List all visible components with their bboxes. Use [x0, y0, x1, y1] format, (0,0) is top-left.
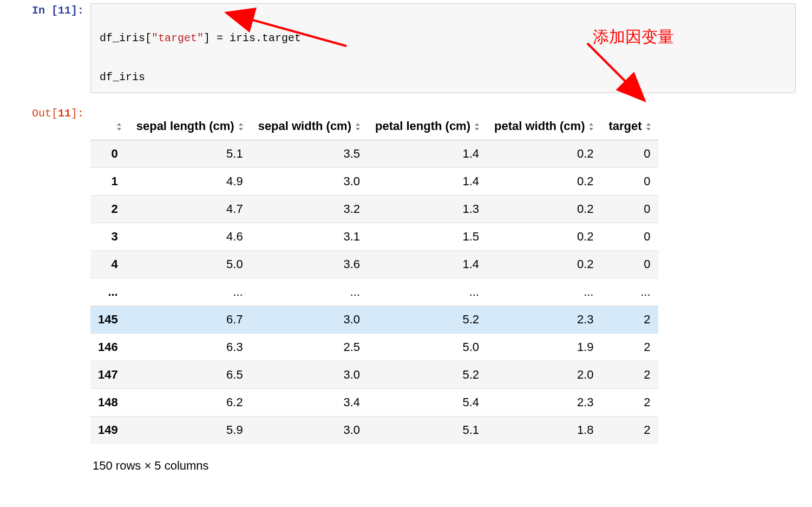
in-prompt-suffix: ]:: [71, 4, 84, 17]
table-cell: 6.2: [129, 389, 251, 417]
table-cell: 1.4: [368, 168, 487, 196]
table-cell: ...: [129, 278, 251, 306]
column-header[interactable]: target: [601, 113, 658, 140]
column-header[interactable]: petal length (cm): [368, 113, 487, 140]
table-cell: 3.4: [251, 389, 368, 417]
table-row: 1495.93.05.11.82: [90, 417, 658, 444]
sort-icon: [645, 122, 651, 131]
svg-marker-11: [646, 128, 651, 131]
table-cell: 1.8: [487, 417, 601, 444]
table-cell: 2: [601, 417, 658, 444]
table-row: 34.63.11.50.20: [90, 223, 658, 251]
table-cell: 5.9: [129, 417, 251, 444]
svg-marker-5: [356, 128, 360, 131]
code-string-literal: "target": [152, 32, 204, 44]
column-header-label: sepal length (cm): [136, 119, 234, 133]
table-cell: 0: [601, 140, 658, 168]
table-header-row: sepal length (cm)sepal width (cm)petal l…: [90, 113, 658, 140]
table-cell: 4.7: [129, 196, 251, 223]
out-prompt-prefix: Out[: [32, 107, 58, 120]
column-header[interactable]: sepal width (cm): [251, 113, 368, 140]
column-header-label: petal length (cm): [375, 119, 470, 133]
table-cell: 0.2: [487, 196, 601, 223]
table-cell: 4.9: [129, 168, 251, 196]
svg-marker-4: [356, 123, 360, 126]
table-cell: 0.2: [487, 168, 601, 196]
svg-marker-6: [475, 123, 479, 126]
svg-marker-7: [475, 128, 479, 131]
table-cell: ...: [368, 278, 487, 306]
table-cell: 0: [601, 168, 658, 196]
row-index: 147: [90, 361, 129, 389]
table-cell: 3.5: [251, 140, 368, 168]
table-cell: 0: [601, 251, 658, 278]
table-cell: 5.4: [368, 389, 487, 417]
table-cell: 3.0: [251, 361, 368, 389]
svg-marker-8: [589, 123, 593, 126]
table-cell: 3.6: [251, 251, 368, 278]
svg-marker-0: [117, 123, 121, 126]
table-cell: 6.5: [129, 361, 251, 389]
table-cell: 5.1: [368, 417, 487, 444]
table-cell: 1.3: [368, 196, 487, 223]
table-body: 05.13.51.40.2014.93.01.40.2024.73.21.30.…: [90, 140, 658, 444]
row-index: 145: [90, 306, 129, 334]
table-cell: 6.3: [129, 334, 251, 361]
row-index: 148: [90, 389, 129, 417]
column-header[interactable]: petal width (cm): [487, 113, 601, 140]
table-cell: 0.2: [487, 223, 601, 251]
table-cell: 1.4: [368, 140, 487, 168]
table-cell: ...: [487, 278, 601, 306]
index-header[interactable]: [90, 113, 129, 140]
table-row: 1456.73.05.22.32: [90, 306, 658, 334]
table-row: 1466.32.55.01.92: [90, 334, 658, 361]
sort-icon: [355, 122, 360, 131]
row-index: 3: [90, 223, 129, 251]
row-index: 1: [90, 168, 129, 196]
out-prompt-suffix: ]:: [71, 107, 84, 120]
table-cell: 0: [601, 223, 658, 251]
column-header-label: sepal width (cm): [258, 119, 351, 133]
table-row: ..................: [90, 278, 658, 306]
sort-icon: [116, 122, 121, 131]
table-row: 05.13.51.40.20: [90, 140, 658, 168]
table-cell: 3.0: [251, 306, 368, 334]
table-cell: 5.0: [368, 334, 487, 361]
svg-marker-10: [646, 123, 651, 126]
table-cell: 2.3: [487, 306, 601, 334]
table-cell: 1.4: [368, 251, 487, 278]
table-cell: 3.0: [251, 417, 368, 444]
row-index: 146: [90, 334, 129, 361]
row-index: 4: [90, 251, 129, 278]
table-cell: 1.9: [487, 334, 601, 361]
row-index: 2: [90, 196, 129, 223]
table-cell: 5.2: [368, 306, 487, 334]
svg-marker-1: [117, 128, 121, 131]
row-index: ...: [90, 278, 129, 306]
table-cell: ...: [251, 278, 368, 306]
table-row: 1476.53.05.22.02: [90, 361, 658, 389]
row-index: 0: [90, 140, 129, 168]
output-prompt: Out[11]:: [0, 106, 90, 121]
table-cell: 0: [601, 196, 658, 223]
sort-icon: [474, 122, 479, 131]
column-header-label: petal width (cm): [494, 119, 585, 133]
table-cell: 2.3: [487, 389, 601, 417]
table-cell: 2: [601, 334, 658, 361]
out-prompt-number: 11: [58, 107, 71, 120]
sort-icon: [588, 122, 593, 131]
in-prompt-prefix: In [: [32, 4, 58, 17]
table-cell: 0.2: [487, 251, 601, 278]
table-cell: 2: [601, 389, 658, 417]
table-cell: 3.2: [251, 196, 368, 223]
in-prompt-number: 11: [58, 4, 71, 17]
table-cell: 1.5: [368, 223, 487, 251]
svg-marker-3: [239, 128, 243, 131]
table-row: 14.93.01.40.20: [90, 168, 658, 196]
column-header[interactable]: sepal length (cm): [129, 113, 251, 140]
table-cell: 2.0: [487, 361, 601, 389]
table-cell: 0.2: [487, 140, 601, 168]
code-cell[interactable]: df_iris["target"] = iris.target df_iris: [90, 3, 796, 93]
code-token: df_iris[: [100, 32, 152, 44]
column-header-label: target: [608, 119, 641, 133]
